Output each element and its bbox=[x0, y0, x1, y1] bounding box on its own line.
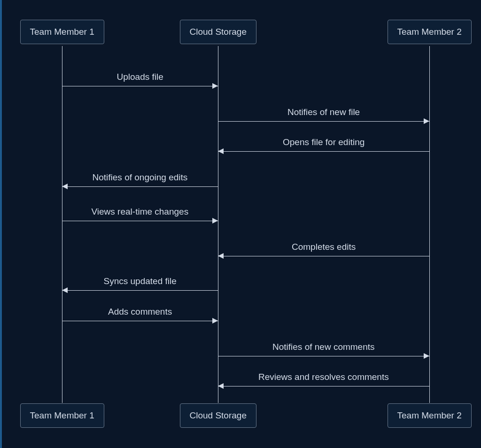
message-line-3 bbox=[62, 186, 218, 187]
arrow-right-icon bbox=[424, 353, 429, 359]
arrow-right-icon bbox=[424, 118, 429, 124]
message-line-4 bbox=[62, 221, 218, 221]
message-line-6 bbox=[62, 290, 218, 291]
message-label-0: Uploads file bbox=[117, 72, 163, 82]
actor-box-team1-top: Team Member 1 bbox=[20, 20, 104, 44]
actor-box-cloud-top: Cloud Storage bbox=[180, 20, 256, 44]
message-label-3: Notifies of ongoing edits bbox=[93, 172, 188, 183]
message-label-5: Completes edits bbox=[292, 242, 356, 252]
actor-box-team1-bottom: Team Member 1 bbox=[20, 403, 104, 428]
message-line-0 bbox=[62, 86, 218, 86]
message-label-9: Reviews and resolves comments bbox=[258, 372, 389, 382]
arrow-left-icon bbox=[62, 287, 68, 293]
actor-box-team2-bottom: Team Member 2 bbox=[388, 403, 472, 428]
message-line-9 bbox=[218, 386, 429, 386]
lifeline-cloud bbox=[218, 46, 218, 403]
message-line-2 bbox=[218, 151, 429, 152]
arrow-right-icon bbox=[212, 318, 218, 324]
message-label-7: Adds comments bbox=[108, 307, 172, 317]
message-line-5 bbox=[218, 256, 429, 256]
sequence-diagram: Team Member 1Team Member 1Cloud StorageC… bbox=[2, 0, 481, 448]
message-line-7 bbox=[62, 321, 218, 321]
arrow-left-icon bbox=[218, 383, 224, 389]
arrow-left-icon bbox=[218, 253, 224, 259]
message-label-4: Views real-time changes bbox=[92, 207, 189, 217]
arrow-left-icon bbox=[62, 184, 68, 189]
message-label-8: Notifies of new comments bbox=[272, 342, 375, 352]
message-label-1: Notifies of new file bbox=[287, 107, 360, 117]
lifeline-team2 bbox=[429, 46, 430, 403]
message-line-1 bbox=[218, 121, 429, 122]
actor-box-team2-top: Team Member 2 bbox=[388, 20, 472, 44]
arrow-left-icon bbox=[218, 148, 224, 154]
message-label-6: Syncs updated file bbox=[104, 276, 177, 286]
message-line-8 bbox=[218, 356, 429, 356]
message-label-2: Opens file for editing bbox=[283, 137, 365, 147]
arrow-right-icon bbox=[212, 83, 218, 89]
actor-box-cloud-bottom: Cloud Storage bbox=[180, 403, 256, 428]
arrow-right-icon bbox=[212, 218, 218, 224]
lifeline-team1 bbox=[62, 46, 62, 403]
